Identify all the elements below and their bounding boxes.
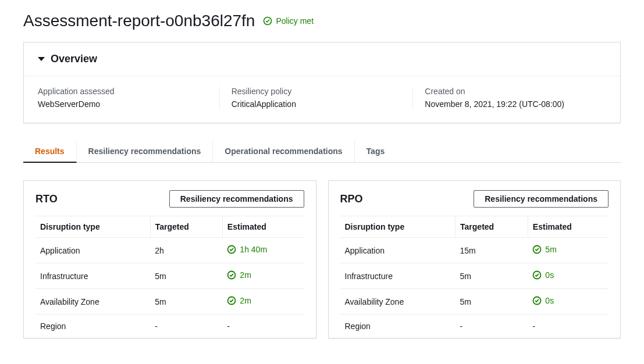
cell-targeted: 5m (150, 289, 222, 315)
rpo-panel-header: RPO Resiliency recommendations (340, 190, 609, 208)
cell-type: Availability Zone (340, 289, 456, 315)
col-disruption-type: Disruption type (35, 216, 150, 238)
table-row: Availability Zone 5m 0s (340, 289, 609, 315)
overview-body: Application assessed WebServerDemo Resil… (24, 76, 620, 123)
cell-estimated: - (528, 315, 609, 338)
caret-down-icon (38, 57, 45, 61)
cell-estimated-value: 2m (240, 270, 251, 280)
cell-estimated-value: 0s (545, 270, 554, 280)
rto-table: Disruption type Targeted Estimated Appli… (35, 216, 304, 338)
table-row: Infrastructure 5m 0s (340, 263, 609, 289)
check-circle-icon (532, 245, 542, 254)
tabs: Results Resiliency recommendations Opera… (23, 141, 621, 163)
tab-resiliency-recommendations[interactable]: Resiliency recommendations (77, 141, 214, 162)
cell-estimated: 5m (528, 238, 609, 263)
overview-card: Overview Application assessed WebServerD… (23, 42, 621, 123)
title-row: Assessment-report-o0nb36l27fn Policy met (23, 12, 621, 30)
overview-label: Application assessed (38, 87, 208, 96)
overview-field-application: Application assessed WebServerDemo (38, 87, 220, 109)
overview-title: Overview (51, 53, 97, 65)
overview-value: November 8, 2021, 19:22 (UTC-08:00) (425, 99, 595, 109)
overview-value: WebServerDemo (38, 99, 208, 109)
cell-estimated: 2m (222, 289, 304, 315)
col-disruption-type: Disruption type (340, 216, 456, 238)
cell-estimated: - (222, 315, 304, 338)
cell-estimated: 0s (528, 263, 609, 289)
tab-results[interactable]: Results (23, 141, 77, 163)
cell-targeted: 5m (150, 263, 222, 289)
rpo-panel: RPO Resiliency recommendations Disruptio… (328, 180, 621, 338)
cell-type: Availability Zone (35, 289, 150, 315)
table-row: Infrastructure 5m 2m (35, 263, 304, 289)
overview-value: CriticalApplication (232, 99, 401, 109)
results-panels: RTO Resiliency recommendations Disruptio… (23, 180, 621, 338)
policy-status: Policy met (263, 16, 314, 26)
cell-type: Application (340, 238, 456, 263)
cell-type: Region (35, 315, 150, 338)
table-row: Availability Zone 5m 2m (35, 289, 304, 315)
table-row: Application 2h 1h 40m (35, 238, 304, 263)
cell-targeted: - (150, 315, 222, 338)
check-circle-icon (532, 296, 542, 305)
check-circle-icon (263, 16, 272, 26)
check-circle-icon (532, 270, 542, 280)
tab-tags[interactable]: Tags (355, 141, 397, 162)
rto-panel: RTO Resiliency recommendations Disruptio… (23, 180, 316, 338)
cell-estimated-value: 2m (240, 296, 251, 305)
rpo-recommendations-button[interactable]: Resiliency recommendations (474, 190, 609, 208)
overview-field-policy: Resiliency policy CriticalApplication (232, 87, 414, 109)
cell-targeted: 15m (456, 238, 528, 263)
cell-targeted: 5m (456, 289, 528, 315)
policy-status-text: Policy met (276, 16, 314, 26)
table-row: Region - - (35, 315, 304, 338)
page-title: Assessment-report-o0nb36l27fn (23, 12, 255, 30)
rto-panel-header: RTO Resiliency recommendations (35, 190, 304, 208)
tab-operational-recommendations[interactable]: Operational recommendations (213, 141, 354, 162)
cell-type: Application (35, 238, 150, 263)
overview-label: Resiliency policy (232, 87, 401, 96)
cell-type: Infrastructure (35, 263, 150, 289)
overview-label: Created on (425, 87, 595, 96)
cell-type: Region (340, 315, 456, 338)
check-circle-icon (227, 270, 236, 280)
col-targeted: Targeted (150, 216, 222, 238)
cell-type: Infrastructure (340, 263, 456, 289)
rto-title: RTO (35, 193, 58, 205)
assessment-report-page: Assessment-report-o0nb36l27fn Policy met… (0, 0, 644, 350)
table-row: Application 15m 5m (340, 238, 609, 263)
table-row: Region - - (340, 315, 609, 338)
cell-estimated-value: 1h 40m (240, 245, 267, 254)
cell-estimated: 0s (528, 289, 609, 315)
check-circle-icon (227, 245, 236, 254)
col-targeted: Targeted (456, 216, 528, 238)
col-estimated: Estimated (528, 216, 609, 238)
cell-estimated-value: 5m (545, 245, 556, 254)
rpo-table: Disruption type Targeted Estimated Appli… (340, 216, 609, 338)
overview-field-created: Created on November 8, 2021, 19:22 (UTC-… (425, 87, 606, 109)
cell-targeted: 2h (150, 238, 222, 263)
cell-targeted: 5m (456, 263, 528, 289)
rpo-title: RPO (340, 193, 363, 205)
cell-estimated: 2m (222, 263, 304, 289)
check-circle-icon (227, 296, 236, 305)
cell-targeted: - (456, 315, 528, 338)
col-estimated: Estimated (222, 216, 304, 238)
overview-header[interactable]: Overview (24, 42, 620, 76)
rto-recommendations-button[interactable]: Resiliency recommendations (169, 190, 304, 208)
cell-estimated: 1h 40m (222, 238, 304, 263)
cell-estimated-value: 0s (545, 296, 554, 305)
